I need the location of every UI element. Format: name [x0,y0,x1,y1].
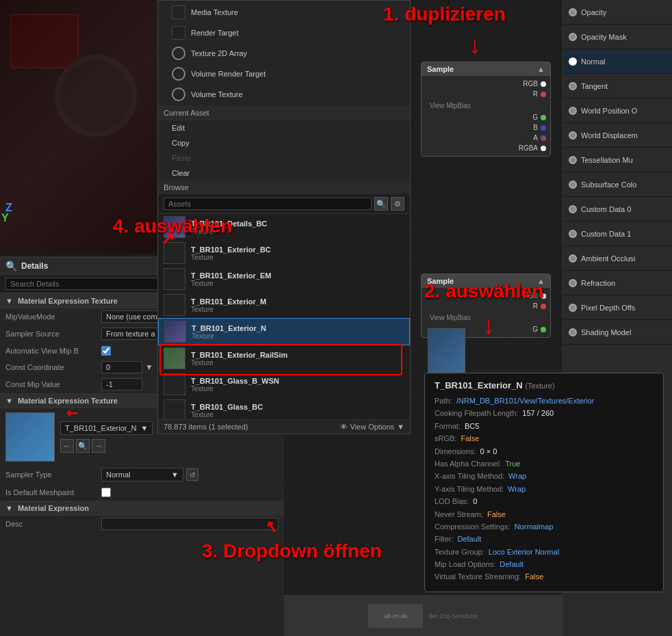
const-coordinate-input[interactable] [101,361,142,373]
sample-node-1-title: Sample [427,65,454,73]
prop-is-default-meshpaint: Is Default Meshpaint [0,484,284,501]
tex-info-never-stream-val: False [487,509,506,520]
tex-info-alpha-row: Has Alpha Channel: True [435,459,654,469]
menu-clear[interactable]: Clear [158,165,410,181]
menu-edit[interactable]: Edit [158,120,410,135]
const-coordinate-spinner[interactable]: ▼ [145,362,153,372]
tex-info-cooking-val: 157 / 260 [522,408,554,419]
browse-settings-icon[interactable]: ⚙ [391,197,404,211]
prop-desc: Desc [0,516,284,533]
menu-item-volume-render-target[interactable]: Volume Render Target [158,64,410,84]
conn-normal: Normal [563,49,672,74]
sampler-type-reset[interactable]: ↺ [186,468,198,481]
asset-item-glass-bc[interactable]: T_BR101_Glass_BC Texture [158,397,410,419]
desc-input[interactable] [101,518,279,530]
conn-shading-model-dot [569,328,577,336]
logo-area: alt-im.de [368,604,423,628]
texture-back-btn[interactable]: ← [60,439,74,453]
menu-item-media-texture[interactable]: Media Texture [158,2,410,23]
section-expand-2[interactable]: ▼ [5,397,13,405]
asset-item-exterior-em[interactable]: T_BR101_Exterior_EM Texture [158,266,410,292]
asset-count-label: 78.873 items (1 selected) [164,423,248,431]
section-expand-3[interactable]: ▼ [5,504,13,512]
texture-selector: T_BR101_Exterior_N ▼ [60,421,153,435]
view-options-label: View Options [350,423,395,431]
tex-info-path-row: Path: /NRM_DB_BR101/View/Textures/Exteri… [435,396,654,406]
asset-name-exterior-m: T_BR101_Exterior_M [191,297,404,306]
asset-thumb-exterior-railsim [164,347,185,369]
sampler-type-label: Sampler Type [5,471,101,479]
conn-opacity-mask-dot [569,33,577,41]
conn-refraction-dot [569,279,577,287]
section-header-mat-expr: ▼ Material Expression [0,501,284,516]
browse-search-icon[interactable]: 🔍 [374,197,388,211]
pin-rgba-1-dot [541,146,546,151]
asset-item-exterior-n[interactable]: T_BR101_Exterior_N Texture [158,318,410,345]
asset-thumb-exterior-m [164,294,185,316]
const-mip-value-label: Const Mip Value [5,380,101,388]
section-expand-1[interactable]: ▼ [5,297,13,305]
asset-item-exterior-bc[interactable]: T_BR101_Exterior_BC Texture [158,240,410,266]
view-options-button[interactable]: 👁 View Options ▼ [340,423,405,431]
pin-g-1: G [426,114,546,121]
menu-item-render-target[interactable]: Render Target [158,23,410,43]
asset-type-glass-bc: Texture [191,411,404,419]
conn-world-displacement: World Displacem [563,123,672,148]
texture-dropdown[interactable]: T_BR101_Exterior_N ▼ [60,421,153,435]
menu-copy[interactable]: Copy [158,135,410,150]
pin-rgb-1-label: RGB [523,80,538,88]
conn-custom-data-1-label: Custom Data 1 [581,230,631,238]
conn-refraction-label: Refraction [581,279,615,287]
node-2-texture-preview [428,328,465,373]
asset-info-exterior-railsim: T_BR101_Exterior_RailSim Texture [191,351,404,367]
asset-thumb-glass-wsn [164,373,185,395]
sample-node-1-body: RGB R View MipBias G B A RGBA [422,76,550,156]
tex-info-lod-row: LOD Bias: 0 [435,496,654,507]
asset-item-exterior-m[interactable]: T_BR101_Exterior_M Texture [158,292,410,318]
conn-tangent-label: Tangent [581,82,608,90]
bottom-logo: alt-im.de der Zug-Simulator [284,596,563,636]
conn-tessellation-dot [569,156,577,164]
browse-header: Browse [158,181,410,194]
asset-list: T_BR101_Details_BC Texture T_BR101_Exter… [158,214,410,419]
tex-info-format-row: Format: BC5 [435,421,654,432]
tex-info-virtual-texture-val: False [525,572,543,582]
desc-value [101,518,279,530]
asset-info-exterior-m: T_BR101_Exterior_M Texture [191,297,404,313]
conn-ambient-occlusion: Ambient Occlusi [563,246,672,271]
sample-node-1-expand[interactable]: ▲ [537,65,545,73]
pin-b-1-dot [541,125,546,131]
conn-pixel-depth: Pixel Depth Offs [563,295,672,320]
asset-item-exterior-railsim[interactable]: T_BR101_Exterior_RailSim Texture [158,345,410,371]
sampler-type-dropdown[interactable]: Normal ▼ [101,468,183,481]
tex-info-mip-load-row: Mip Load Options: Default [435,559,654,570]
auto-view-mip-checkbox[interactable] [101,346,111,356]
asset-item-glass-wsn[interactable]: T_BR101_Glass_B_WSN Texture [158,371,410,397]
texture-forward-btn[interactable]: → [92,439,105,453]
conn-opacity-mask: Opacity Mask [563,25,672,49]
tex-info-virtual-texture-row: Virtual Texture Streaming: False [435,572,654,582]
browse-search-input[interactable] [164,198,372,210]
conn-custom-data-0: Custom Data 0 [563,197,672,222]
texture-search-btn[interactable]: 🔍 [76,439,90,453]
menu-paste[interactable]: Paste [158,150,410,165]
asset-info-exterior-n: T_BR101_Exterior_N Texture [192,324,404,340]
browse-search-bar: 🔍 ⚙ [158,194,410,214]
is-default-meshpaint-checkbox[interactable] [101,488,111,497]
const-mip-value-input[interactable] [101,378,142,390]
tex-info-x-tiling-val: Wrap [508,471,526,481]
details-title: Details [21,261,48,271]
bottom-bar: alt-im.de der Zug-Simulator [284,595,563,636]
sampler-type-chevron: ▼ [171,471,179,479]
tex-info-texture-group-val: Loco Exterior Normal [489,547,559,557]
asset-name-exterior-bc: T_BR101_Exterior_BC [191,246,404,254]
texture-info-name: T_BR101_Exterior_N [435,380,523,390]
tex-info-x-tiling-key: X-axis Tiling Method: [435,471,504,481]
menu-item-volume-texture[interactable]: Volume Texture [158,84,410,105]
y-axis-indicator: Y [1,212,9,224]
tex-info-compression-val: Normalmap [515,522,554,532]
conn-custom-data-0-label: Custom Data 0 [581,205,631,213]
menu-item-texture-2d-array[interactable]: Texture 2D Array [158,43,410,64]
tex-info-alpha-key: Has Alpha Channel: [435,459,501,469]
eye-icon: 👁 [340,423,348,431]
